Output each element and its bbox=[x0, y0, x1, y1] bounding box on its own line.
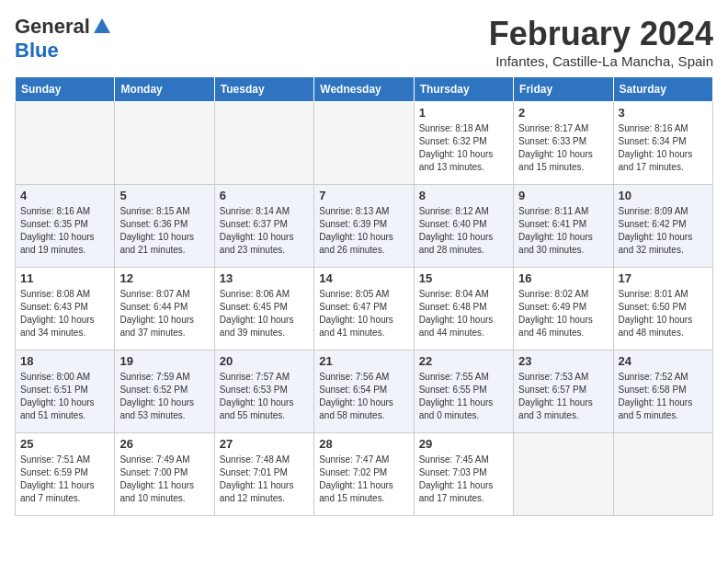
table-row: 12Sunrise: 8:07 AM Sunset: 6:44 PM Dayli… bbox=[115, 268, 214, 350]
day-info: Sunrise: 8:12 AM Sunset: 6:40 PM Dayligh… bbox=[419, 205, 508, 257]
table-row: 7Sunrise: 8:13 AM Sunset: 6:39 PM Daylig… bbox=[314, 185, 414, 268]
month-year-title: February 2024 bbox=[489, 15, 713, 53]
svg-marker-0 bbox=[94, 18, 110, 33]
day-info: Sunrise: 8:08 AM Sunset: 6:43 PM Dayligh… bbox=[20, 288, 109, 339]
day-number: 6 bbox=[220, 189, 309, 202]
table-row: 4Sunrise: 8:16 AM Sunset: 6:35 PM Daylig… bbox=[16, 185, 115, 268]
day-number: 9 bbox=[518, 189, 608, 202]
day-number: 24 bbox=[619, 354, 708, 368]
day-info: Sunrise: 8:18 AM Sunset: 6:32 PM Dayligh… bbox=[419, 122, 508, 174]
calendar-header-row: Sunday Monday Tuesday Wednesday Thursday… bbox=[16, 77, 713, 102]
table-row bbox=[16, 102, 115, 185]
table-row: 10Sunrise: 8:09 AM Sunset: 6:42 PM Dayli… bbox=[613, 185, 712, 268]
day-number: 3 bbox=[619, 106, 708, 120]
day-number: 29 bbox=[419, 437, 508, 451]
location-subtitle: Infantes, Castille-La Mancha, Spain bbox=[489, 53, 713, 69]
table-row: 2Sunrise: 8:17 AM Sunset: 6:33 PM Daylig… bbox=[514, 102, 613, 185]
table-row: 27Sunrise: 7:48 AM Sunset: 7:01 PM Dayli… bbox=[214, 433, 313, 516]
table-row: 17Sunrise: 8:01 AM Sunset: 6:50 PM Dayli… bbox=[613, 268, 712, 350]
day-number: 21 bbox=[319, 354, 408, 368]
table-row bbox=[314, 102, 414, 185]
table-row: 28Sunrise: 7:47 AM Sunset: 7:02 PM Dayli… bbox=[314, 433, 414, 516]
logo-general-text: General bbox=[15, 15, 90, 39]
day-info: Sunrise: 8:05 AM Sunset: 6:47 PM Dayligh… bbox=[319, 288, 408, 339]
day-number: 19 bbox=[119, 354, 209, 368]
calendar-week-row: 4Sunrise: 8:16 AM Sunset: 6:35 PM Daylig… bbox=[16, 185, 713, 268]
day-info: Sunrise: 8:16 AM Sunset: 6:34 PM Dayligh… bbox=[619, 122, 708, 174]
table-row: 29Sunrise: 7:45 AM Sunset: 7:03 PM Dayli… bbox=[414, 433, 513, 516]
day-info: Sunrise: 8:00 AM Sunset: 6:51 PM Dayligh… bbox=[20, 371, 109, 422]
day-number: 22 bbox=[419, 354, 508, 368]
table-row bbox=[514, 433, 613, 516]
day-number: 17 bbox=[619, 271, 708, 285]
calendar-week-row: 18Sunrise: 8:00 AM Sunset: 6:51 PM Dayli… bbox=[16, 350, 713, 433]
day-number: 23 bbox=[518, 354, 608, 368]
day-info: Sunrise: 8:16 AM Sunset: 6:35 PM Dayligh… bbox=[20, 205, 109, 257]
calendar-week-row: 1Sunrise: 8:18 AM Sunset: 6:32 PM Daylig… bbox=[16, 102, 713, 185]
table-row: 22Sunrise: 7:55 AM Sunset: 6:55 PM Dayli… bbox=[414, 350, 513, 433]
header-monday: Monday bbox=[115, 77, 214, 102]
day-number: 7 bbox=[319, 189, 408, 202]
logo-blue-text: Blue bbox=[15, 39, 59, 63]
table-row bbox=[115, 102, 214, 185]
logo-icon bbox=[92, 17, 112, 37]
day-number: 10 bbox=[619, 189, 708, 202]
day-number: 13 bbox=[220, 271, 309, 285]
table-row: 5Sunrise: 8:15 AM Sunset: 6:36 PM Daylig… bbox=[115, 185, 214, 268]
day-number: 14 bbox=[319, 271, 408, 285]
table-row: 6Sunrise: 8:14 AM Sunset: 6:37 PM Daylig… bbox=[214, 185, 313, 268]
day-info: Sunrise: 7:52 AM Sunset: 6:58 PM Dayligh… bbox=[619, 371, 708, 422]
day-info: Sunrise: 8:07 AM Sunset: 6:44 PM Dayligh… bbox=[119, 288, 209, 339]
day-info: Sunrise: 8:15 AM Sunset: 6:36 PM Dayligh… bbox=[119, 205, 209, 257]
table-row: 26Sunrise: 7:49 AM Sunset: 7:00 PM Dayli… bbox=[115, 433, 214, 516]
table-row: 11Sunrise: 8:08 AM Sunset: 6:43 PM Dayli… bbox=[16, 268, 115, 350]
table-row: 21Sunrise: 7:56 AM Sunset: 6:54 PM Dayli… bbox=[314, 350, 414, 433]
calendar-table: Sunday Monday Tuesday Wednesday Thursday… bbox=[15, 76, 713, 516]
table-row: 13Sunrise: 8:06 AM Sunset: 6:45 PM Dayli… bbox=[214, 268, 313, 350]
table-row: 19Sunrise: 7:59 AM Sunset: 6:52 PM Dayli… bbox=[115, 350, 214, 433]
header-saturday: Saturday bbox=[613, 77, 712, 102]
table-row: 24Sunrise: 7:52 AM Sunset: 6:58 PM Dayli… bbox=[613, 350, 712, 433]
table-row bbox=[214, 102, 313, 185]
day-number: 12 bbox=[119, 271, 209, 285]
table-row: 18Sunrise: 8:00 AM Sunset: 6:51 PM Dayli… bbox=[16, 350, 115, 433]
table-row: 25Sunrise: 7:51 AM Sunset: 6:59 PM Dayli… bbox=[16, 433, 115, 516]
day-number: 20 bbox=[220, 354, 309, 368]
table-row: 23Sunrise: 7:53 AM Sunset: 6:57 PM Dayli… bbox=[514, 350, 613, 433]
table-row: 9Sunrise: 8:11 AM Sunset: 6:41 PM Daylig… bbox=[514, 185, 613, 268]
day-number: 26 bbox=[119, 437, 209, 451]
day-info: Sunrise: 7:59 AM Sunset: 6:52 PM Dayligh… bbox=[119, 371, 209, 422]
day-number: 25 bbox=[20, 437, 109, 451]
day-info: Sunrise: 8:13 AM Sunset: 6:39 PM Dayligh… bbox=[319, 205, 408, 257]
table-row: 15Sunrise: 8:04 AM Sunset: 6:48 PM Dayli… bbox=[414, 268, 513, 350]
day-number: 18 bbox=[20, 354, 109, 368]
day-info: Sunrise: 8:11 AM Sunset: 6:41 PM Dayligh… bbox=[518, 205, 608, 257]
table-row: 1Sunrise: 8:18 AM Sunset: 6:32 PM Daylig… bbox=[414, 102, 513, 185]
header-sunday: Sunday bbox=[16, 77, 115, 102]
day-info: Sunrise: 7:45 AM Sunset: 7:03 PM Dayligh… bbox=[419, 454, 508, 505]
table-row: 8Sunrise: 8:12 AM Sunset: 6:40 PM Daylig… bbox=[414, 185, 513, 268]
day-info: Sunrise: 8:17 AM Sunset: 6:33 PM Dayligh… bbox=[518, 122, 608, 174]
day-number: 11 bbox=[20, 271, 109, 285]
table-row: 3Sunrise: 8:16 AM Sunset: 6:34 PM Daylig… bbox=[613, 102, 712, 185]
header-friday: Friday bbox=[514, 77, 613, 102]
day-info: Sunrise: 7:55 AM Sunset: 6:55 PM Dayligh… bbox=[419, 371, 508, 422]
logo: General Blue bbox=[15, 15, 114, 63]
calendar-week-row: 25Sunrise: 7:51 AM Sunset: 6:59 PM Dayli… bbox=[16, 433, 713, 516]
day-info: Sunrise: 7:49 AM Sunset: 7:00 PM Dayligh… bbox=[119, 454, 209, 505]
day-info: Sunrise: 8:01 AM Sunset: 6:50 PM Dayligh… bbox=[619, 288, 708, 339]
day-info: Sunrise: 8:14 AM Sunset: 6:37 PM Dayligh… bbox=[220, 205, 309, 257]
title-section: February 2024 Infantes, Castille-La Manc… bbox=[489, 15, 713, 69]
calendar-week-row: 11Sunrise: 8:08 AM Sunset: 6:43 PM Dayli… bbox=[16, 268, 713, 350]
table-row bbox=[613, 433, 712, 516]
header-tuesday: Tuesday bbox=[214, 77, 313, 102]
day-number: 1 bbox=[419, 106, 508, 120]
page-header: General Blue February 2024 Infantes, Cas… bbox=[15, 15, 713, 69]
table-row: 16Sunrise: 8:02 AM Sunset: 6:49 PM Dayli… bbox=[514, 268, 613, 350]
day-number: 8 bbox=[419, 189, 508, 202]
table-row: 20Sunrise: 7:57 AM Sunset: 6:53 PM Dayli… bbox=[214, 350, 313, 433]
header-thursday: Thursday bbox=[414, 77, 513, 102]
day-info: Sunrise: 8:04 AM Sunset: 6:48 PM Dayligh… bbox=[419, 288, 508, 339]
day-info: Sunrise: 7:57 AM Sunset: 6:53 PM Dayligh… bbox=[220, 371, 309, 422]
day-number: 5 bbox=[119, 189, 209, 202]
